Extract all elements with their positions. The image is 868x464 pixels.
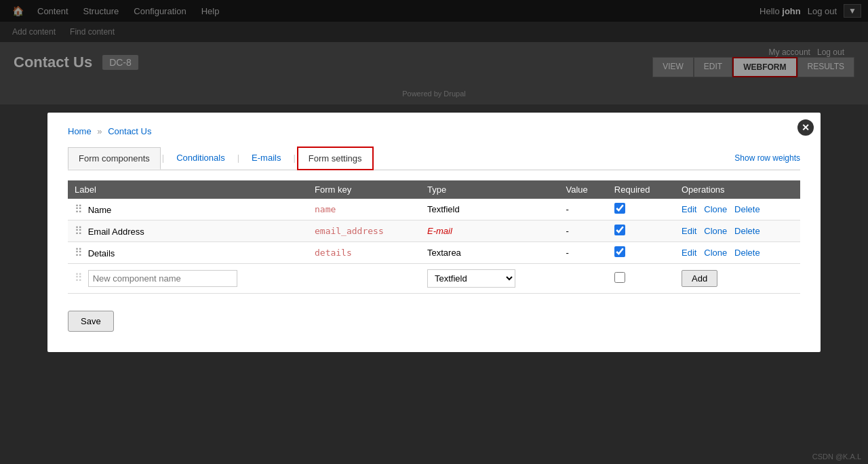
modal-overlay: ✕ Home » Contact Us Form components | Co… [0, 0, 868, 104]
